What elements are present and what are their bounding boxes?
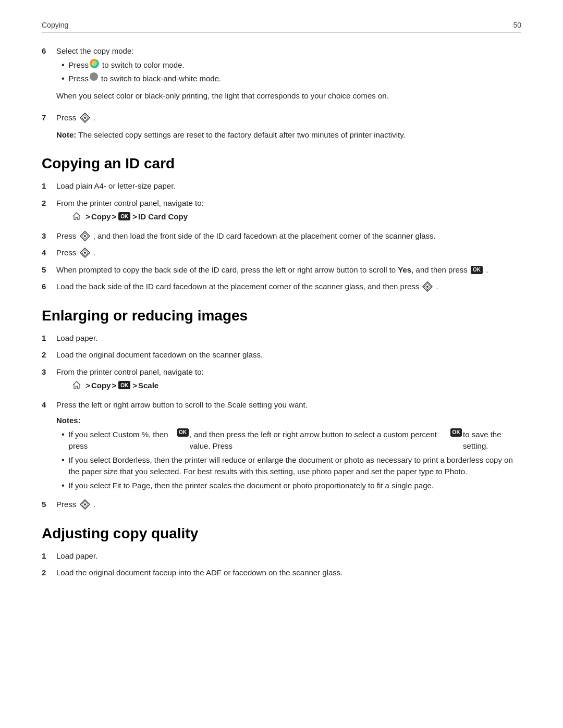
enlarge-step-1: 1 Load paper. [42, 332, 521, 344]
start-button-id3 [80, 231, 90, 241]
id-step-1: 1 Load plain A4- or letter-size paper. [42, 180, 521, 192]
ok-btn-id-nav: OK [118, 212, 130, 220]
enlarge-step-4-content: Press the left or right arrow button to … [56, 399, 521, 494]
id-nav-label: ID Card Copy [138, 211, 188, 223]
enlarge-note-2-text: If you select Borderless, then the print… [69, 454, 521, 478]
enlarge-step-4-text: Press the left or right arrow button to … [56, 400, 308, 409]
enlarge-step-1-content: Load paper. [56, 332, 521, 344]
svg-point-5 [84, 235, 86, 237]
enlarge-step-2-content: Load the original document facedown on t… [56, 349, 521, 361]
notes-header: Notes: [56, 415, 521, 427]
enlarge-step-3: 3 From the printer control panel, naviga… [42, 366, 521, 394]
note-block: Note: The selected copy settings are res… [56, 129, 521, 141]
quality-step-2-num: 2 [42, 567, 56, 579]
enlarge-step-5-press: Press [56, 500, 79, 509]
enlarge-nav-gt1: > [83, 380, 90, 392]
enlarge-nav-scale: Scale [138, 380, 158, 392]
enlarge-step-3-text: From the printer control panel, navigate… [56, 367, 204, 376]
enlarge-nav-path: > Copy > OK > Scale [71, 380, 521, 392]
id-step-4-content: Press . [56, 247, 521, 259]
section-id-card-heading: Copying an ID card [42, 155, 521, 172]
enlarge-step-4: 4 Press the left or right arrow button t… [42, 399, 521, 494]
enlarge-step-5-dot: . [93, 500, 95, 509]
note-bold: Note: [56, 130, 76, 139]
bw-mode-text: to switch to black-and-white mode. [99, 73, 221, 85]
enlarge-notes-list: If you select Custom %, then press OK , … [56, 429, 521, 492]
step-7-num: 7 [42, 112, 56, 124]
step-7-content: Press . [56, 112, 521, 124]
enlarge-note-3: If you select Fit to Page, then the prin… [56, 480, 521, 492]
step-6-bullets: Press to switch to color mode. Press to … [56, 59, 521, 85]
enlarge-step-1-text: Load paper. [56, 334, 97, 342]
page: Copying 50 6 Select the copy mode: Press… [0, 0, 563, 728]
id-nav-gt3: > [132, 211, 137, 223]
color-mode-icon [90, 59, 99, 68]
ok-btn-note1b: OK [450, 428, 462, 437]
svg-point-11 [426, 286, 429, 288]
svg-point-14 [84, 503, 86, 505]
quality-step-1: 1 Load paper. [42, 550, 521, 562]
enlarge-step-5-content: Press . [56, 499, 521, 511]
enlarge-step-4-num: 4 [42, 399, 56, 411]
id-step-1-content: Load plain A4- or letter-size paper. [56, 180, 521, 192]
home-icon-enlarge [72, 380, 81, 390]
bullet-bw: Press to switch to black-and-white mode. [56, 73, 521, 85]
id-step-3-press: Press [56, 231, 79, 240]
id-nav-copy: Copy [91, 211, 111, 223]
step-7-press: Press [56, 113, 76, 122]
id-step-1-text: Load plain A4- or letter-size paper. [56, 181, 175, 190]
id-step-6-content: Load the back side of the ID card facedo… [56, 281, 521, 293]
id-step-4-press: Press [56, 248, 79, 257]
quality-step-2-text: Load the original document faceup into t… [56, 568, 343, 577]
press-label-bw: Press [69, 73, 89, 85]
section-enlarge-heading: Enlarging or reducing images [42, 307, 521, 324]
start-button-id4 [80, 248, 90, 258]
enlarge-nav-copy: Copy [91, 380, 111, 392]
enlarge-note-3-text: If you select Fit to Page, then the prin… [69, 480, 434, 492]
id-step-5-end: . [486, 265, 488, 274]
svg-point-8 [84, 252, 86, 254]
quality-steps: 1 Load paper. 2 Load the original docume… [42, 550, 521, 579]
enlarge-note-1-text: If you select Custom %, then press [69, 429, 176, 452]
id-step-4: 4 Press . [42, 247, 521, 259]
header-page-num: 50 [513, 21, 521, 29]
id-step-6-num: 6 [42, 281, 56, 293]
id-step-2-num: 2 [42, 198, 56, 209]
id-step-6-dot: . [436, 282, 438, 291]
id-step-5-num: 5 [42, 264, 56, 276]
enlarge-steps: 1 Load paper. 2 Load the original docume… [42, 332, 521, 511]
enlarge-step-5-num: 5 [42, 499, 56, 511]
color-mode-text: to switch to color mode. [100, 59, 185, 71]
header-bar: Copying 50 [42, 21, 521, 33]
step-7: 7 Press . [42, 112, 521, 124]
start-button-enlarge5 [80, 499, 90, 510]
id-step-2-content: From the printer control panel, navigate… [56, 198, 521, 225]
id-step-6-text: Load the back side of the ID card facedo… [56, 282, 421, 291]
id-step-5: 5 When prompted to copy the back side of… [42, 264, 521, 276]
quality-step-1-text: Load paper. [56, 551, 97, 560]
id-nav-gt2: > [112, 211, 116, 223]
enlarge-note-2: If you select Borderless, then the print… [56, 454, 521, 478]
quality-step-2-content: Load the original document faceup into t… [56, 567, 521, 579]
enlarge-step-3-content: From the printer control panel, navigate… [56, 366, 521, 394]
enlarge-step-2-num: 2 [42, 349, 56, 361]
step-6: 6 Select the copy mode: Press to switch … [42, 45, 521, 107]
header-section-title: Copying [42, 21, 68, 29]
id-step-3-num: 3 [42, 230, 56, 242]
id-step-2-text: From the printer control panel, navigate… [56, 199, 204, 207]
id-step-6: 6 Load the back side of the ID card face… [42, 281, 521, 293]
enlarge-note-1-text3: to save the setting. [463, 429, 521, 452]
enlarge-step-3-num: 3 [42, 366, 56, 378]
enlarge-step-5: 5 Press . [42, 499, 521, 511]
step-6-num: 6 [42, 45, 56, 57]
press-label-color: Press [69, 59, 89, 71]
bullet-color: Press to switch to color mode. [56, 59, 521, 71]
start-button-id6 [422, 281, 433, 292]
id-step-2: 2 From the printer control panel, naviga… [42, 198, 521, 225]
enlarge-note-1: If you select Custom %, then press OK , … [56, 429, 521, 452]
id-step-1-num: 1 [42, 180, 56, 192]
step-6-note: When you select color or black-only prin… [56, 90, 521, 102]
id-step-3-content: Press , and then load the front side of … [56, 230, 521, 242]
id-step-5-text: When prompted to copy the back side of t… [56, 265, 470, 274]
quality-step-1-content: Load paper. [56, 550, 521, 562]
